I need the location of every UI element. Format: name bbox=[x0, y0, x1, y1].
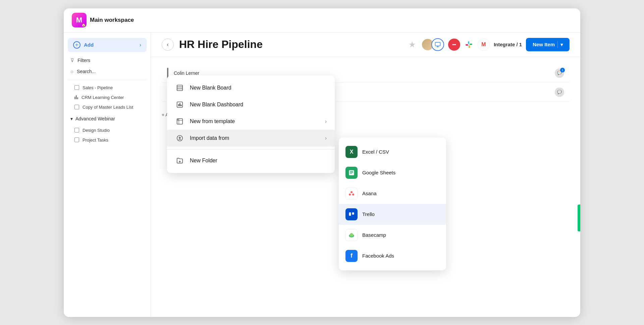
add-circle-icon: + bbox=[73, 41, 80, 49]
svg-rect-27 bbox=[352, 212, 354, 215]
logo-area: M 🏠 Main workspace bbox=[72, 13, 134, 28]
filters-label: Filters bbox=[77, 58, 90, 63]
page-title: HR Hire Pipeline bbox=[179, 38, 400, 51]
board-icon bbox=[74, 128, 79, 132]
sidebar: + Add › ⊽ Filters ○ Search... Sales - Pi… bbox=[64, 33, 151, 317]
sidebar-item-master-leads[interactable]: Copy of Master Leads List bbox=[64, 102, 151, 112]
sub-item-basecamp[interactable]: Basecamp bbox=[339, 225, 446, 246]
add-label: Add bbox=[84, 42, 94, 48]
dropdown-label: New Folder bbox=[190, 158, 327, 164]
monday-icon bbox=[448, 39, 460, 51]
main-dropdown-menu: New Blank Board New bbox=[167, 75, 335, 173]
avatar-group bbox=[421, 38, 444, 51]
sidebar-item-sales-pipeline[interactable]: Sales - Pipeline bbox=[64, 83, 151, 93]
filter-icon: ⊽ bbox=[70, 57, 74, 63]
chevron-right-icon: › bbox=[325, 135, 327, 141]
svg-rect-9 bbox=[177, 85, 183, 91]
dropdown-item-import[interactable]: Import data from › bbox=[167, 130, 335, 147]
star-icon[interactable]: ★ bbox=[409, 40, 416, 49]
sub-item-excel[interactable]: X Excel / CSV bbox=[339, 142, 446, 162]
board-icon bbox=[74, 85, 79, 90]
sidebar-item-project-tasks[interactable]: Project Tasks bbox=[64, 135, 151, 145]
svg-rect-26 bbox=[349, 212, 351, 216]
template-icon bbox=[175, 118, 184, 125]
gsheets-icon bbox=[345, 167, 358, 179]
sidebar-item-label: CRM Learning Center bbox=[82, 95, 124, 100]
sidebar-item-filters[interactable]: ⊽ Filters bbox=[64, 55, 151, 66]
app-window: M 🏠 Main workspace + Add › ⊽ Filters ○ S… bbox=[64, 8, 580, 317]
content-body: Colin Lerner 💬 1 Laura Brozo 💬 + Add bbox=[151, 57, 580, 317]
facebook-icon: f bbox=[345, 250, 358, 262]
workspace-title: Main workspace bbox=[90, 17, 134, 23]
back-button[interactable]: ‹ bbox=[162, 39, 174, 51]
sub-item-label: Trello bbox=[362, 211, 375, 217]
svg-rect-13 bbox=[178, 104, 179, 106]
chevron-right-icon: › bbox=[325, 118, 327, 124]
sidebar-item-label: Sales - Pipeline bbox=[83, 85, 113, 90]
add-button[interactable]: + Add › bbox=[68, 38, 147, 52]
svg-point-25 bbox=[352, 194, 354, 196]
sub-item-label: Google Sheets bbox=[362, 170, 395, 175]
dropdown-label: Import data from bbox=[190, 135, 320, 141]
sub-item-facebook-ads[interactable]: f Facebook Ads bbox=[339, 246, 446, 266]
import-icon bbox=[175, 134, 184, 142]
advanced-section: ▾ Advanced Webinar bbox=[64, 112, 151, 125]
sidebar-item-label: Project Tasks bbox=[83, 138, 108, 143]
slack-icon bbox=[463, 39, 475, 51]
trello-icon bbox=[345, 208, 358, 220]
dropdown-item-from-template[interactable]: New from template › bbox=[167, 113, 335, 130]
dropdown-overlay: New Blank Board New bbox=[151, 57, 580, 317]
chevron-down-icon: ▾ bbox=[560, 42, 563, 47]
board-icon bbox=[74, 138, 79, 142]
excel-icon: X bbox=[345, 146, 358, 158]
dashboard-icon bbox=[175, 101, 184, 108]
search-placeholder: Search... bbox=[77, 69, 96, 74]
content-area: ‹ HR Hire Pipeline ★ bbox=[151, 33, 580, 317]
advanced-webinar-toggle[interactable]: ▾ Advanced Webinar bbox=[70, 115, 144, 123]
gmail-icon: M bbox=[478, 39, 490, 51]
basecamp-icon bbox=[345, 229, 358, 241]
svg-point-17 bbox=[177, 119, 178, 120]
svg-rect-0 bbox=[435, 42, 440, 46]
search-icon: ○ bbox=[70, 69, 73, 74]
dropdown-item-blank-board[interactable]: New Blank Board bbox=[167, 79, 335, 96]
sidebar-item-design-studio[interactable]: Design Studio bbox=[64, 125, 151, 135]
asana-icon bbox=[345, 187, 358, 200]
svg-point-4 bbox=[455, 44, 456, 45]
sidebar-item-crm-learning[interactable]: CRM Learning Center bbox=[64, 93, 151, 102]
sub-item-google-sheets[interactable]: Google Sheets bbox=[339, 162, 446, 183]
header-actions: M Integrate / 1 New Item ▾ bbox=[421, 38, 570, 51]
home-icon: 🏠 bbox=[82, 23, 86, 27]
chevron-down-icon: ▾ bbox=[70, 116, 73, 121]
sub-item-label: Facebook Ads bbox=[362, 253, 394, 259]
sub-item-label: Excel / CSV bbox=[362, 149, 389, 155]
dropdown-item-blank-dashboard[interactable]: New Blank Dashboard bbox=[167, 96, 335, 113]
view-icon-button[interactable] bbox=[431, 38, 444, 51]
sidebar-item-search[interactable]: ○ Search... bbox=[64, 66, 151, 77]
dropdown-item-new-folder[interactable]: New Folder bbox=[167, 152, 335, 169]
svg-point-23 bbox=[351, 191, 353, 193]
chevron-right-icon: › bbox=[140, 42, 141, 48]
svg-point-24 bbox=[349, 194, 351, 196]
sub-item-label: Asana bbox=[362, 191, 377, 196]
sidebar-item-label: Copy of Master Leads List bbox=[83, 105, 133, 110]
sub-item-trello[interactable]: Trello bbox=[339, 204, 446, 225]
dropdown-label: New Blank Board bbox=[190, 85, 327, 91]
dropdown-label: New Blank Dashboard bbox=[190, 102, 327, 108]
sub-item-asana[interactable]: Asana bbox=[339, 183, 446, 204]
board-icon bbox=[175, 84, 184, 92]
svg-rect-15 bbox=[181, 105, 182, 106]
new-item-button[interactable]: New Item ▾ bbox=[526, 38, 570, 51]
integration-icons: M bbox=[448, 39, 490, 51]
app-logo: M 🏠 bbox=[72, 13, 87, 28]
svg-rect-14 bbox=[179, 103, 180, 106]
dropdown-label: New from template bbox=[190, 118, 320, 124]
main-layout: + Add › ⊽ Filters ○ Search... Sales - Pi… bbox=[64, 33, 580, 317]
sidebar-divider bbox=[68, 80, 147, 80]
advanced-webinar-label: Advanced Webinar bbox=[75, 116, 115, 121]
dropdown-separator bbox=[167, 149, 335, 150]
svg-rect-5 bbox=[468, 41, 469, 44]
sidebar-item-label: Design Studio bbox=[83, 128, 110, 133]
integrate-button[interactable]: Integrate / 1 bbox=[494, 42, 522, 47]
svg-rect-6 bbox=[470, 44, 472, 45]
